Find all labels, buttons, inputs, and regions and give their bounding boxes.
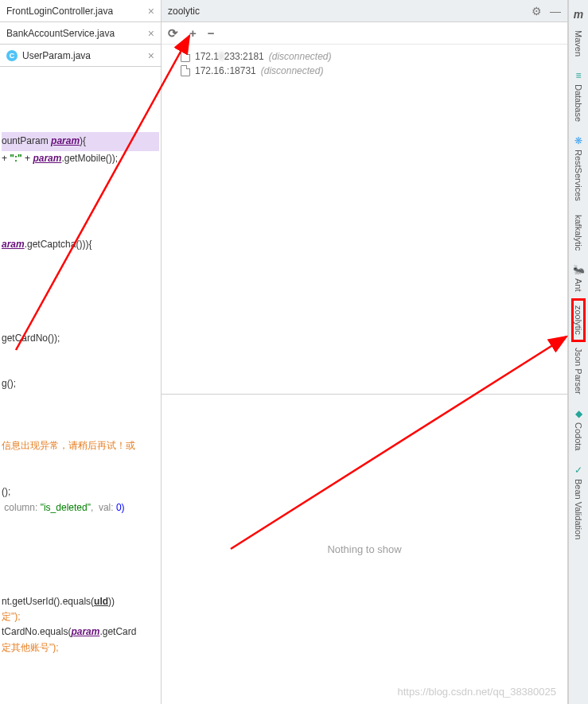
status-label: (disconnected) <box>269 51 332 62</box>
tab-label: FrontLoginController.java <box>6 6 113 17</box>
sidebar-item-restservices[interactable]: ❋ RestServices <box>572 129 585 208</box>
panel-toolbar: ⟳ + − <box>162 22 567 45</box>
sidebar-item-codota[interactable]: ◆ Codota <box>572 402 585 457</box>
tree-item[interactable]: 172.10233:2181 (disconnected) <box>165 49 564 64</box>
refresh-icon[interactable]: ⟳ <box>168 26 178 41</box>
class-icon: C <box>6 50 18 61</box>
empty-message: Nothing to show <box>327 543 401 555</box>
editor-pane: FrontLoginController.java × BankAccountS… <box>0 0 162 704</box>
panel-controls: ⚙ — <box>532 5 561 18</box>
close-icon[interactable]: × <box>148 27 154 40</box>
file-icon <box>181 65 190 76</box>
close-icon[interactable]: × <box>148 5 154 18</box>
right-sidebar: m Maven ≡ Database ❋ RestServices kafkal… <box>568 0 588 704</box>
sidebar-item-jsonparser[interactable]: Json Parser <box>572 341 585 402</box>
close-icon[interactable]: × <box>148 49 154 62</box>
detail-pane: Nothing to show <box>162 395 567 704</box>
gear-icon[interactable]: ⚙ <box>532 5 542 18</box>
sidebar-item-beanvalidation[interactable]: ✓ Bean Validation <box>572 458 585 546</box>
tab-label: BankAccountService.java <box>6 28 115 39</box>
sidebar-item-maven[interactable]: Maven <box>572 24 585 64</box>
ant-icon: 🐜 <box>573 264 585 275</box>
panel-title: zoolytic <box>168 6 200 17</box>
sidebar-item-zoolytic[interactable]: zoolytic <box>572 299 585 342</box>
rest-icon: ❋ <box>574 135 582 146</box>
zookeeper-tree[interactable]: 172.10233:2181 (disconnected) 172.16.:18… <box>162 45 567 395</box>
add-icon[interactable]: + <box>189 26 197 40</box>
status-label: (disconnected) <box>261 65 324 76</box>
file-icon <box>181 51 190 62</box>
panel-header: zoolytic ⚙ — <box>162 0 567 22</box>
maven-logo-icon[interactable]: m <box>574 5 583 24</box>
database-icon: ≡ <box>576 70 582 81</box>
tab-bankaccount[interactable]: BankAccountService.java × <box>0 22 161 45</box>
tab-userparam[interactable]: C UserParam.java × <box>0 45 161 67</box>
tool-panel: zoolytic ⚙ — ⟳ + − 172.10233:2181 (disco… <box>162 0 568 704</box>
sidebar-item-ant[interactable]: 🐜 Ant <box>571 258 586 299</box>
tree-item[interactable]: 172.16.:18731 (disconnected) <box>165 64 564 78</box>
codota-icon: ◆ <box>575 408 582 419</box>
check-icon: ✓ <box>574 465 582 476</box>
tab-frontlogin[interactable]: FrontLoginController.java × <box>0 0 161 22</box>
code-editor[interactable]: ountParam param){ + ":" + param.getMobil… <box>0 67 161 704</box>
minimize-icon[interactable]: — <box>550 5 561 18</box>
editor-tabs: FrontLoginController.java × BankAccountS… <box>0 0 161 67</box>
sidebar-item-kafkalytic[interactable]: kafkalytic <box>572 208 585 258</box>
sidebar-item-database[interactable]: ≡ Database <box>572 64 585 129</box>
remove-icon[interactable]: − <box>208 26 215 40</box>
tab-label: UserParam.java <box>22 50 91 61</box>
